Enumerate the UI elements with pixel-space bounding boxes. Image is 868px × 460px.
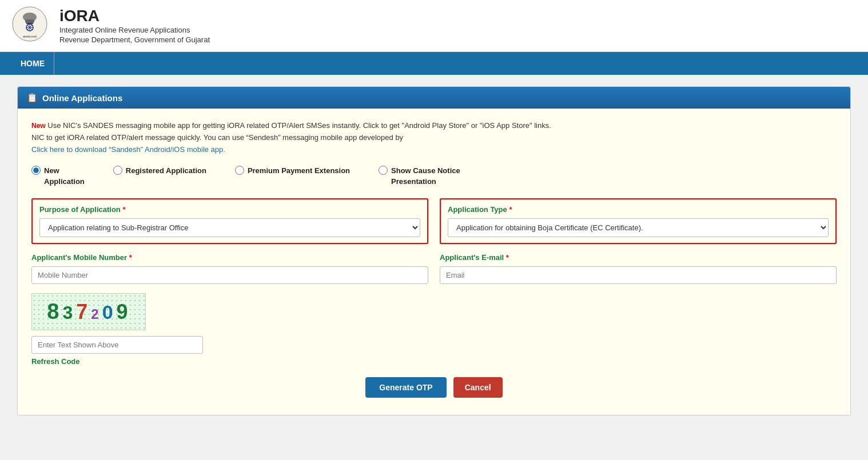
captcha-text-display: 8 3 7 2 0 9 bbox=[47, 299, 130, 324]
captcha-char-2: 3 bbox=[63, 302, 75, 323]
radio-premium-payment: Premium Payment Extension bbox=[235, 166, 350, 175]
mobile-input[interactable] bbox=[31, 266, 428, 284]
captcha-section: 8 3 7 2 0 9 Refresh Code bbox=[31, 293, 837, 366]
purpose-select[interactable]: Application relating to Sub-Registrar Of… bbox=[39, 218, 420, 237]
radio-reg-app-label[interactable]: Registered Application bbox=[126, 166, 206, 175]
new-badge: New bbox=[31, 122, 46, 130]
purpose-required: * bbox=[122, 205, 125, 214]
purpose-label: Purpose of Application * bbox=[39, 205, 420, 214]
purpose-apptype-row: Purpose of Application * Application rel… bbox=[31, 198, 837, 244]
email-required: * bbox=[506, 253, 509, 262]
nav-bar: HOME bbox=[0, 52, 868, 75]
nav-home[interactable]: HOME bbox=[11, 52, 54, 75]
refresh-captcha-link[interactable]: Refresh Code bbox=[31, 357, 80, 366]
cancel-button[interactable]: Cancel bbox=[453, 377, 503, 398]
apptype-group: Application Type * Application for obtai… bbox=[440, 198, 837, 244]
captcha-char-5: 0 bbox=[102, 301, 116, 323]
panel-icon: 📋 bbox=[27, 93, 38, 103]
radio-show-cause: Show Cause Notice Presentation bbox=[379, 166, 460, 186]
panel-title: Online Applications bbox=[42, 93, 122, 103]
radio-registered-application: Registered Application bbox=[113, 166, 206, 175]
svg-rect-2 bbox=[25, 19, 34, 23]
captcha-char-1: 8 bbox=[47, 299, 61, 324]
apptype-select[interactable]: Application for obtaining Boja Certifica… bbox=[448, 218, 829, 237]
captcha-char-4: 2 bbox=[91, 306, 101, 322]
purpose-group: Purpose of Application * Application rel… bbox=[31, 198, 428, 244]
app-name: iORA bbox=[59, 7, 210, 25]
radio-new-app-input[interactable] bbox=[31, 166, 41, 175]
mobile-required: * bbox=[129, 253, 132, 262]
radio-new-application: New Application bbox=[31, 166, 85, 186]
header: सत्यमेव जयते iORA Integrated Online Reve… bbox=[0, 0, 868, 52]
generate-otp-button[interactable]: Generate OTP bbox=[365, 377, 446, 398]
button-row: Generate OTP Cancel bbox=[31, 377, 837, 398]
apptype-required: * bbox=[509, 205, 512, 214]
radio-show-cause-label[interactable]: Show Cause Notice bbox=[391, 166, 460, 175]
radio-show-cause-input[interactable] bbox=[379, 166, 388, 175]
panel-body: New Use NIC's SANDES messaging mobile ap… bbox=[18, 109, 850, 415]
app-title-block: iORA Integrated Online Revenue Applicati… bbox=[59, 7, 210, 45]
email-label: Applicant's E-mail * bbox=[440, 253, 837, 262]
email-group: Applicant's E-mail * bbox=[440, 253, 837, 284]
captcha-char-6: 9 bbox=[117, 300, 130, 324]
radio-new-app-sublabel: Application bbox=[44, 177, 85, 186]
online-applications-panel: 📋 Online Applications New Use NIC's SAND… bbox=[17, 86, 851, 415]
radio-prem-pay-input[interactable] bbox=[235, 166, 244, 175]
captcha-image: 8 3 7 2 0 9 bbox=[31, 293, 146, 330]
mobile-email-row: Applicant's Mobile Number * Applicant's … bbox=[31, 253, 837, 284]
captcha-input[interactable] bbox=[31, 336, 203, 354]
mobile-label: Applicant's Mobile Number * bbox=[31, 253, 428, 262]
radio-reg-app-input[interactable] bbox=[113, 166, 122, 175]
notice-line1: Use NIC's SANDES messaging mobile app fo… bbox=[47, 121, 551, 130]
radio-show-cause-sublabel: Presentation bbox=[391, 177, 436, 186]
notice-download-link[interactable]: Click here to download “Sandesh” Android… bbox=[31, 145, 225, 154]
notice-line2: NIC to get iORA related OTP/alert messag… bbox=[31, 133, 403, 142]
email-input[interactable] bbox=[440, 266, 837, 284]
panel-header: 📋 Online Applications bbox=[18, 87, 850, 109]
mobile-group: Applicant's Mobile Number * bbox=[31, 253, 428, 284]
notice-block: New Use NIC's SANDES messaging mobile ap… bbox=[31, 120, 837, 155]
main-content: 📋 Online Applications New Use NIC's SAND… bbox=[0, 75, 868, 427]
svg-text:सत्यमेव जयते: सत्यमेव जयते bbox=[22, 35, 37, 38]
radio-new-app-label[interactable]: New bbox=[44, 166, 59, 175]
emblem-logo: सत्यमेव जयते bbox=[11, 6, 51, 46]
app-subtitle1: Integrated Online Revenue Applications bbox=[59, 26, 210, 34]
apptype-label: Application Type * bbox=[448, 205, 829, 214]
app-subtitle2: Revenue Department, Government of Gujara… bbox=[59, 35, 210, 44]
captcha-char-3: 7 bbox=[76, 300, 90, 324]
radio-prem-pay-label[interactable]: Premium Payment Extension bbox=[248, 166, 350, 175]
application-type-radio-group: New Application Registered Application P… bbox=[31, 166, 837, 186]
